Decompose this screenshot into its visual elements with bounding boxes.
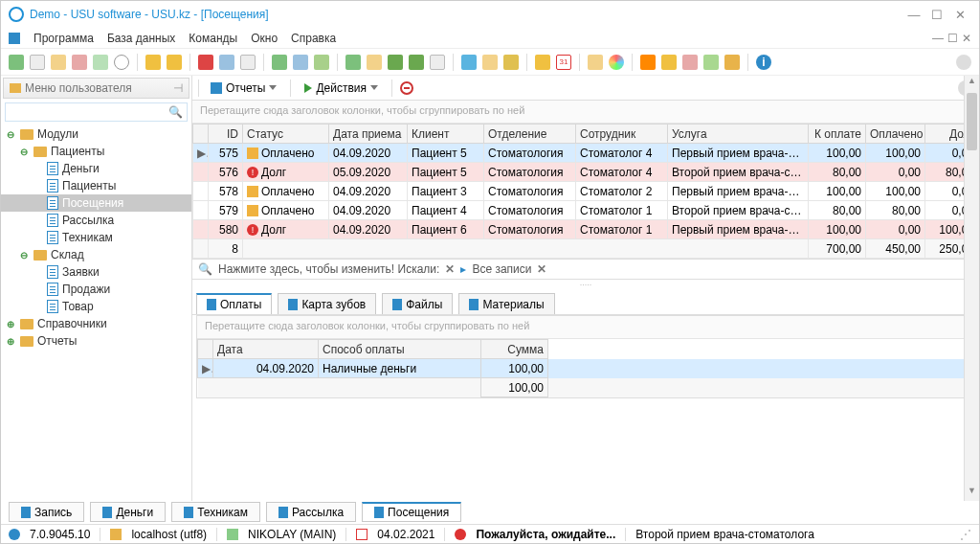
expand-icon[interactable]: ⊖ xyxy=(18,147,30,157)
expand-icon[interactable]: ⊕ xyxy=(5,319,16,329)
column-header[interactable]: Дата приема xyxy=(329,125,408,144)
detail-tab[interactable]: Карта зубов xyxy=(278,293,376,314)
expand-icon[interactable]: ⊖ xyxy=(5,129,16,140)
add-icon[interactable] xyxy=(345,55,361,70)
cell[interactable]: 04.09.2020 xyxy=(329,144,408,163)
tree-node[interactable]: ⊕Отчеты xyxy=(1,332,191,350)
tool-icon[interactable] xyxy=(314,55,329,70)
tree-node[interactable]: ⊕Справочники xyxy=(1,315,191,332)
cell-method[interactable]: Наличные деньги xyxy=(319,359,481,378)
tool-icon[interactable] xyxy=(240,55,256,70)
cell-sum[interactable]: 100,00 xyxy=(481,359,548,378)
expand-icon[interactable]: ⊖ xyxy=(18,250,30,261)
cell[interactable]: 80,00 xyxy=(809,201,866,220)
key-icon[interactable] xyxy=(724,55,740,70)
tree-node[interactable]: ⊖Пациенты xyxy=(1,143,191,160)
scroll-up-icon[interactable]: ▲ xyxy=(965,76,979,91)
color-icon[interactable] xyxy=(609,55,624,70)
cell[interactable]: Пациент 3 xyxy=(408,182,484,201)
cell[interactable]: 04.09.2020 xyxy=(329,220,408,239)
tool-icon[interactable] xyxy=(93,55,108,70)
cell[interactable]: Стоматолог 2 xyxy=(576,182,668,201)
mdi-close-button[interactable]: ✕ xyxy=(962,32,971,45)
tree-node[interactable]: Посещения xyxy=(1,194,191,212)
cell[interactable]: 04.09.2020 xyxy=(329,201,408,220)
col-date[interactable]: Дата xyxy=(213,340,319,359)
cell[interactable]: 100,00 xyxy=(809,144,866,163)
column-header[interactable]: ID xyxy=(209,125,243,144)
cell[interactable]: 05.09.2020 xyxy=(329,163,408,182)
cell[interactable]: Пациент 4 xyxy=(408,201,484,220)
clock-icon[interactable] xyxy=(535,55,550,70)
image-icon[interactable] xyxy=(219,55,234,70)
cell[interactable]: Стоматология xyxy=(484,163,576,182)
cell[interactable]: 100,00 xyxy=(809,182,866,201)
actions-button[interactable]: Действия xyxy=(299,79,384,97)
cell[interactable]: 576 xyxy=(209,163,243,182)
cell[interactable]: 0,00 xyxy=(866,163,925,182)
calendar-icon[interactable]: 31 xyxy=(556,55,571,70)
cell[interactable]: Стоматолог 1 xyxy=(576,220,668,239)
tool-icon[interactable] xyxy=(72,55,87,70)
mdi-minimize-button[interactable]: — xyxy=(932,32,944,45)
col-method[interactable]: Способ оплаты xyxy=(319,340,481,359)
tree-node[interactable]: Заявки xyxy=(1,263,191,281)
col-sum[interactable]: Сумма xyxy=(481,340,548,359)
menu-help[interactable]: Справка xyxy=(291,32,336,45)
cell[interactable]: Стоматология xyxy=(484,182,576,201)
reports-button[interactable]: Отчеты xyxy=(205,79,282,97)
cell[interactable]: 100,00 xyxy=(866,182,925,201)
cell[interactable]: 04.09.2020 xyxy=(329,182,408,201)
cell[interactable]: Стоматолог 4 xyxy=(576,163,668,182)
mdi-restore-button[interactable]: ☐ xyxy=(947,32,958,45)
bottom-tab[interactable]: Рассылка xyxy=(266,502,356,522)
cell[interactable]: Первый прием врача-сто... xyxy=(668,182,809,201)
cell[interactable]: 100,00 xyxy=(866,144,925,163)
cell[interactable]: Стоматология xyxy=(484,144,576,163)
expand-icon[interactable]: ⊕ xyxy=(5,336,16,347)
cell[interactable]: Стоматология xyxy=(484,220,576,239)
cell[interactable] xyxy=(193,182,209,201)
close-button[interactable]: ✕ xyxy=(948,8,971,22)
menu-commands[interactable]: Команды xyxy=(189,32,237,45)
sidebar-search[interactable]: 🔍 xyxy=(5,102,188,122)
cell[interactable]: Пациент 6 xyxy=(408,220,484,239)
tree-node[interactable]: Товар xyxy=(1,298,191,315)
cell[interactable]: 575 xyxy=(209,144,243,163)
filter-all[interactable]: Все записи xyxy=(472,262,531,276)
cell[interactable]: Оплачено xyxy=(243,182,329,201)
cell-date[interactable]: 04.09.2020 xyxy=(213,359,319,378)
cell[interactable]: 80,00 xyxy=(866,201,925,220)
table-row[interactable]: 576!Долг05.09.2020Пациент 5СтоматологияС… xyxy=(193,163,979,182)
cell[interactable] xyxy=(193,220,209,239)
menu-database[interactable]: База данных xyxy=(107,32,175,45)
resize-grip-icon[interactable]: ⋰ xyxy=(960,528,971,541)
bottom-tab[interactable]: Посещения xyxy=(362,502,461,522)
cell[interactable]: Стоматолог 1 xyxy=(576,201,668,220)
trophy-icon[interactable] xyxy=(167,55,182,70)
tool-icon[interactable] xyxy=(503,55,519,70)
user-icon[interactable] xyxy=(682,55,698,70)
column-header[interactable]: Клиент xyxy=(408,125,484,144)
column-header[interactable]: Сотрудник xyxy=(576,125,668,144)
tool-icon[interactable] xyxy=(461,55,477,70)
cell[interactable] xyxy=(193,163,209,182)
column-header[interactable]: Услуга xyxy=(668,125,809,144)
search-icon[interactable] xyxy=(114,55,129,70)
tool-icon[interactable] xyxy=(51,55,66,70)
visits-grid[interactable]: IDСтатусДата приемаКлиентОтделениеСотруд… xyxy=(192,124,979,259)
minimize-button[interactable]: — xyxy=(902,8,925,22)
excel-icon[interactable] xyxy=(388,55,403,70)
cell[interactable]: Первый прием врача-сто... xyxy=(668,144,809,163)
table-row[interactable]: 579Оплачено04.09.2020Пациент 4Стоматолог… xyxy=(193,201,979,220)
bottom-tab[interactable]: Запись xyxy=(9,502,84,522)
cell[interactable] xyxy=(193,201,209,220)
tree-node[interactable]: Рассылка xyxy=(1,212,191,229)
cell[interactable]: Оплачено xyxy=(243,144,329,163)
tool-icon[interactable] xyxy=(482,55,498,70)
lock-icon[interactable] xyxy=(661,55,677,70)
tool-icon[interactable] xyxy=(30,55,45,70)
bottom-tab[interactable]: Деньги xyxy=(90,502,166,522)
clear-filter-icon[interactable]: ✕ xyxy=(445,262,455,276)
cell[interactable]: 0,00 xyxy=(866,220,925,239)
